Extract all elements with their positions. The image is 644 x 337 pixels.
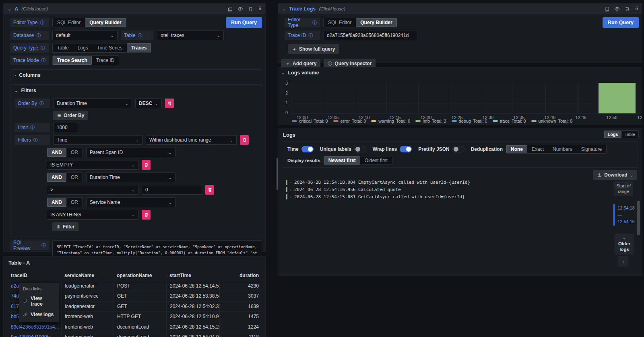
condition-operator-select[interactable]: IS ANYTHING⌄ [47,210,138,220]
info-icon[interactable]: ⓘ [33,137,38,143]
col-header-servicename[interactable]: serviceName [61,273,114,278]
condition-operator-select[interactable]: >⌄ [47,185,138,195]
info-bar[interactable] [599,83,636,113]
col-header-duration[interactable]: duration [219,273,261,278]
info-icon[interactable]: ⓘ [138,33,142,39]
query-type-time-series[interactable]: Time Series [93,43,127,52]
time-toggle[interactable]: Time [287,146,314,152]
show-full-query-button[interactable]: ＋Show full query [288,44,339,54]
view-logs-menu-item[interactable]: View logs [19,309,59,320]
col-header-operationname[interactable]: operationName [114,273,166,278]
wrap-lines-toggle[interactable]: Wrap lines [373,146,412,152]
oldest-first-option[interactable]: Oldest first [360,156,392,164]
bool-and[interactable]: AND [47,173,66,182]
legend-item-info[interactable]: infoTotal: 3 [415,119,446,123]
info-icon[interactable]: ⓘ [41,242,46,249]
info-icon[interactable]: ⓘ [41,58,46,64]
view-logs-option[interactable]: Logs [604,131,621,138]
query-type-logs[interactable]: Logs [73,43,93,52]
dedup-numbers[interactable]: Numbers [548,145,577,153]
download-button[interactable]: Download ⌄ [593,170,637,180]
toggle-switch[interactable] [301,146,314,152]
expand-chevron-icon[interactable]: › [290,181,291,185]
hide-query-eye-icon[interactable] [237,6,243,12]
trace-id-link[interactable]: 89cf4286e631591b4... [11,324,59,330]
log-row[interactable]: › 2024-06-28 12:54:15.081 GetCartAsync c… [286,194,470,199]
add-order-by-button[interactable]: ⊕Order By [53,111,88,120]
unique-labels-toggle[interactable]: Unique labels [320,146,366,152]
trace-id-link[interactable]: 9ca7f8494d1000b... [11,334,54,337]
bool-and[interactable]: AND [47,198,66,207]
trace-mode-trace-search[interactable]: Trace Search [53,56,92,65]
legend-item-debug[interactable]: debugTotal: 0 [452,119,487,123]
info-icon[interactable]: ⓘ [40,20,44,26]
view-trace-menu-item[interactable]: View trace [19,293,59,309]
log-row[interactable]: › 2024-06-28 12:54:16.956 Calculated quo… [286,187,470,192]
toggle-switch[interactable] [452,146,464,152]
remove-filter-button[interactable] [240,135,249,145]
legend-item-error[interactable]: errorTotal: 0 [333,119,366,123]
drag-handle-icon[interactable]: ⠿ [635,6,638,12]
remove-condition-button[interactable] [142,210,151,220]
info-icon[interactable]: ⓘ [39,101,44,107]
table-select[interactable]: otel_traces⌄ [157,31,224,40]
query-type-traces[interactable]: Traces [127,43,151,52]
legend-item-unknown[interactable]: unknownTotal: 0 [531,119,573,123]
editor-type-query-builder[interactable]: Query Builder [85,18,126,27]
expand-chevron-icon[interactable]: › [290,195,291,199]
dedup-none[interactable]: None [506,145,527,153]
condition-field-select[interactable]: Service Name⌄ [86,197,175,207]
query-type-table[interactable]: Table [53,43,73,52]
scroll-to-top-button[interactable]: ↑ [618,256,628,267]
trace-id-input[interactable]: d2a7155ef6a928a05680e5ff6190241d [323,31,417,40]
collapse-chevron-icon[interactable]: ⌄ [282,6,286,12]
legend-item-trace[interactable]: traceTotal: 0 [493,119,526,123]
newest-first-option[interactable]: Newest first [324,156,360,164]
order-by-direction-select[interactable]: DESC⌄ [135,99,162,108]
info-icon[interactable]: ⓘ [36,33,41,39]
editor-type-sql-editor[interactable]: SQL Editor [53,18,85,27]
trace-mode-trace-id[interactable]: Trace ID [92,56,119,65]
logs-scrollbar[interactable] [637,201,640,235]
condition-field-select[interactable]: Duration Time⌄ [86,173,175,182]
condition-field-select[interactable]: Parent Span ID⌄ [86,148,175,157]
query-row-header[interactable]: ⌄ Trace Logs (ClickHouse) ⠿ [278,4,642,14]
duplicate-query-icon[interactable] [227,6,233,12]
logs-volume-chart[interactable] [291,83,640,113]
dedup-exact[interactable]: Exact [527,145,548,153]
hide-query-eye-icon[interactable] [614,6,620,12]
bool-or[interactable]: OR [66,148,83,157]
database-select[interactable]: default⌄ [52,31,118,40]
bool-and[interactable]: AND [47,148,66,157]
bool-or[interactable]: OR [66,198,83,207]
info-icon[interactable]: ⓘ [41,45,45,51]
remove-condition-button[interactable] [142,160,151,170]
dedup-signature[interactable]: Signature [577,145,606,153]
legend-item-critical[interactable]: criticalTotal: 0 [292,119,328,123]
add-filter-button[interactable]: ⊕Filter [52,222,78,231]
info-icon[interactable]: ⓘ [30,125,35,131]
chevron-right-icon[interactable]: › [14,73,16,78]
drag-handle-icon[interactable]: ⠿ [258,6,261,12]
chevron-down-icon[interactable]: ⌄ [14,88,18,93]
run-query-button[interactable]: Run Query [226,17,262,28]
columns-section[interactable]: ›Columns [10,69,262,81]
limit-input[interactable]: 1000 [53,123,78,132]
delete-query-trash-icon[interactable] [625,6,630,12]
delete-query-trash-icon[interactable] [248,6,253,12]
filter-operator-select[interactable]: Within dashboard time range⌄ [146,135,237,145]
bool-or[interactable]: OR [66,173,83,182]
info-icon[interactable]: ⓘ [309,33,313,39]
editor-type-query-builder[interactable]: Query Builder [356,18,396,27]
expand-chevron-icon[interactable]: › [290,188,291,192]
query-row-header[interactable]: ⌄ A (ClickHouse) ⠿ [4,4,265,14]
duplicate-query-icon[interactable] [604,6,609,12]
collapse-chevron-icon[interactable]: ⌄ [8,6,11,12]
col-header-traceid[interactable]: traceID [8,273,61,278]
older-logs-button[interactable]: ⌄ Older logs [615,234,634,255]
editor-type-sql-editor[interactable]: SQL Editor [324,18,356,27]
col-header-starttime[interactable]: startTime [166,273,219,278]
filter-field-select[interactable]: Time⌄ [53,135,142,145]
remove-order-by-button[interactable] [165,99,174,108]
view-table-option[interactable]: Table [621,131,638,138]
